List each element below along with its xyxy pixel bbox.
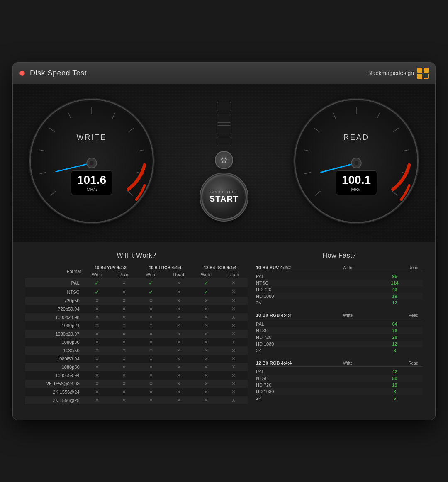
wiw-yuv-read-header: Read bbox=[110, 271, 138, 278]
hf-read-value: - bbox=[404, 280, 423, 285]
table-row: 1080p30✕✕✕✕✕✕ bbox=[25, 338, 248, 346]
wiw-cell: ✕ bbox=[110, 380, 138, 388]
svg-line-7 bbox=[129, 128, 134, 132]
wiw-cell: ✕ bbox=[165, 371, 192, 380]
table-row: 1080i59.94✕✕✕✕✕✕ bbox=[25, 355, 248, 363]
wiw-format-name: 1080p59.94 bbox=[25, 371, 84, 380]
table-row: PAL✓✕✓✕✓✕ bbox=[25, 278, 248, 287]
cross-icon: ✕ bbox=[204, 389, 208, 395]
wiw-cell: ✕ bbox=[138, 380, 165, 388]
cross-icon: ✕ bbox=[149, 314, 153, 320]
check-icon: ✓ bbox=[95, 280, 100, 286]
wiw-format-name: 2K 1556@24 bbox=[25, 388, 84, 396]
wiw-format-name: NTSC bbox=[25, 287, 84, 297]
cross-icon: ✕ bbox=[149, 339, 153, 345]
data-section: Will it Work? Format 10 Bit YUV 4:2:2 10… bbox=[13, 242, 435, 420]
table-row: 1080p29.97✕✕✕✕✕✕ bbox=[25, 330, 248, 338]
cross-icon: ✕ bbox=[149, 381, 153, 387]
svg-line-22 bbox=[402, 150, 409, 151]
hf-content: 10 Bit YUV 4:2:2WriteReadPAL96-NTSC114-H… bbox=[256, 264, 423, 402]
cross-icon: ✕ bbox=[204, 314, 208, 320]
cross-icon: ✕ bbox=[177, 280, 181, 286]
close-button[interactable] bbox=[19, 71, 25, 76]
wiw-format-name: 1080i59.94 bbox=[25, 355, 84, 363]
svg-line-2 bbox=[39, 150, 46, 151]
wiw-cell: ✕ bbox=[165, 305, 192, 313]
cross-icon: ✕ bbox=[231, 348, 236, 353]
table-row: 720p50✕✕✕✕✕✕ bbox=[25, 297, 248, 305]
wiw-cell: ✕ bbox=[220, 363, 248, 371]
svg-line-10 bbox=[127, 191, 133, 195]
wiw-cell: ✕ bbox=[192, 305, 220, 313]
cross-icon: ✕ bbox=[204, 306, 208, 312]
wiw-cell: ✕ bbox=[192, 297, 220, 305]
wiw-cell: ✓ bbox=[138, 278, 165, 287]
list-item: NTSC50- bbox=[256, 375, 423, 382]
wiw-cell: ✓ bbox=[84, 287, 110, 297]
cross-icon: ✕ bbox=[177, 381, 181, 387]
cross-icon: ✕ bbox=[231, 331, 236, 337]
read-gauge-face: READ 100.1 MB/s bbox=[294, 99, 419, 223]
svg-line-8 bbox=[137, 150, 144, 151]
center-controls: ⚙ SPEED TEST START bbox=[201, 102, 247, 220]
hf-read-value: - bbox=[404, 341, 423, 346]
hf-format-name: PAL bbox=[256, 321, 385, 326]
svg-line-0 bbox=[51, 191, 56, 195]
hf-section: 10 Bit YUV 4:2:2WriteReadPAL96-NTSC114-H… bbox=[256, 264, 423, 306]
wiw-cell: ✕ bbox=[220, 278, 248, 287]
cross-icon: ✕ bbox=[204, 298, 208, 304]
hf-read-value: - bbox=[404, 287, 423, 292]
cross-icon: ✕ bbox=[122, 289, 126, 295]
wiw-cell: ✕ bbox=[220, 313, 248, 321]
wiw-cell: ✕ bbox=[138, 321, 165, 330]
wiw-cell: ✕ bbox=[110, 346, 138, 355]
cross-icon: ✕ bbox=[231, 323, 236, 329]
svg-line-4 bbox=[68, 112, 71, 119]
list-item: HD 10808- bbox=[256, 388, 423, 395]
cross-icon: ✕ bbox=[177, 348, 181, 353]
hf-section-header: 10 Bit RGB 4:4:4WriteRead bbox=[256, 312, 423, 319]
wiw-cell: ✕ bbox=[192, 330, 220, 338]
brand-sq-1 bbox=[417, 68, 422, 73]
svg-line-20 bbox=[377, 112, 380, 119]
check-icon: ✓ bbox=[149, 280, 153, 286]
hf-format-name: HD 720 bbox=[256, 382, 385, 387]
format-indicator-4 bbox=[217, 137, 231, 146]
cross-icon: ✕ bbox=[149, 397, 153, 403]
wiw-cell: ✕ bbox=[165, 313, 192, 321]
hf-format-name: PAL bbox=[256, 369, 385, 374]
write-gauge-value: 101.6 bbox=[77, 173, 106, 187]
wiw-cell: ✕ bbox=[138, 297, 165, 305]
title-bar-left: Disk Speed Test bbox=[19, 69, 87, 78]
title-bar: Disk Speed Test Blackmagicdesign bbox=[13, 63, 435, 84]
wiw-cell: ✕ bbox=[138, 396, 165, 404]
how-fast-panel: How Fast? 10 Bit YUV 4:2:2WriteReadPAL96… bbox=[256, 252, 423, 407]
format-indicators bbox=[217, 102, 231, 146]
will-it-work-panel: Will it Work? Format 10 Bit YUV 4:2:2 10… bbox=[25, 252, 248, 407]
start-button[interactable]: SPEED TEST START bbox=[201, 174, 247, 220]
list-item: NTSC114- bbox=[256, 280, 423, 286]
hf-section-name: 12 Bit RGB 4:4:4 bbox=[256, 360, 292, 365]
write-gauge-svg bbox=[31, 100, 153, 222]
wiw-cell: ✕ bbox=[165, 355, 192, 363]
cross-icon: ✕ bbox=[231, 381, 236, 387]
write-gauge: WRITE 101.6 MB/s bbox=[29, 99, 154, 223]
svg-line-16 bbox=[304, 150, 310, 151]
hf-write-value: 42 bbox=[385, 369, 404, 374]
wiw-cell: ✕ bbox=[165, 380, 192, 388]
hf-format-name: HD 720 bbox=[256, 287, 385, 292]
cross-icon: ✕ bbox=[122, 381, 126, 387]
hf-write-value: 12 bbox=[385, 341, 404, 346]
wiw-cell: ✕ bbox=[192, 380, 220, 388]
wiw-cell: ✕ bbox=[165, 388, 192, 396]
hf-format-name: NTSC bbox=[256, 280, 385, 285]
svg-line-14 bbox=[315, 191, 321, 195]
hf-section: 10 Bit RGB 4:4:4WriteReadPAL64-NTSC76-HD… bbox=[256, 312, 423, 354]
table-row: 720p59.94✕✕✕✕✕✕ bbox=[25, 305, 248, 313]
hf-format-name: HD 1080 bbox=[256, 389, 385, 394]
cross-icon: ✕ bbox=[95, 348, 99, 353]
settings-button[interactable]: ⚙ bbox=[215, 151, 233, 169]
svg-line-17 bbox=[314, 128, 319, 132]
cross-icon: ✕ bbox=[95, 306, 99, 312]
cross-icon: ✕ bbox=[149, 389, 153, 395]
